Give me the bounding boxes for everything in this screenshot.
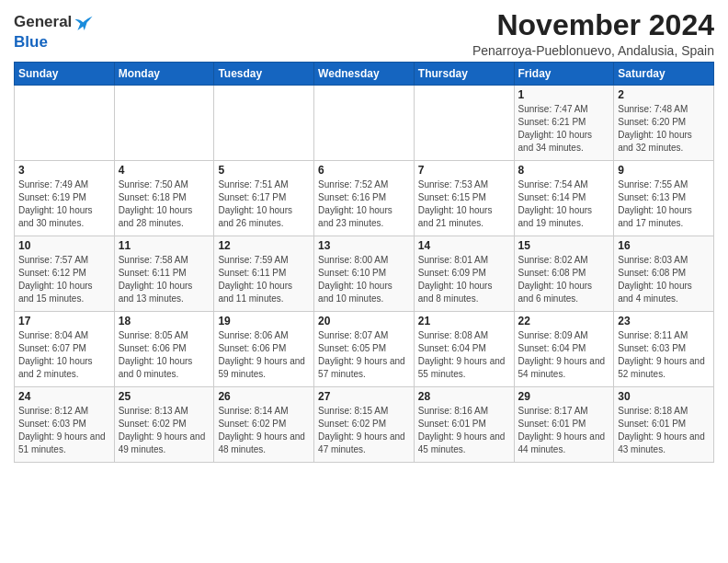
day-number: 5 <box>218 164 310 177</box>
calendar-header: Sunday Monday Tuesday Wednesday Thursday… <box>15 63 714 86</box>
col-sunday: Sunday <box>15 63 115 86</box>
cell-w3-d2: 11Sunrise: 7:58 AMSunset: 6:11 PMDayligh… <box>114 236 214 312</box>
day-info: Sunrise: 8:01 AMSunset: 6:09 PMDaylight:… <box>418 254 510 305</box>
logo-blue: Blue <box>14 33 48 51</box>
cell-w1-d5 <box>414 86 514 161</box>
day-info: Sunrise: 8:14 AMSunset: 6:02 PMDaylight:… <box>218 405 310 456</box>
day-number: 8 <box>518 164 610 177</box>
day-info: Sunrise: 8:08 AMSunset: 6:04 PMDaylight:… <box>418 329 510 381</box>
logo-bird-icon <box>74 13 94 33</box>
cell-w4-d3: 19Sunrise: 8:06 AMSunset: 6:06 PMDayligh… <box>214 312 314 387</box>
day-number: 12 <box>218 239 310 252</box>
day-number: 25 <box>119 390 210 403</box>
day-number: 24 <box>18 390 110 403</box>
cell-w2-d2: 4Sunrise: 7:50 AMSunset: 6:18 PMDaylight… <box>114 161 214 236</box>
day-number: 2 <box>618 88 710 101</box>
day-number: 30 <box>618 390 710 403</box>
cell-w5-d4: 27Sunrise: 8:15 AMSunset: 6:02 PMDayligh… <box>314 387 415 463</box>
day-number: 15 <box>518 239 610 252</box>
subtitle: Penarroya-Pueblonuevo, Andalusia, Spain <box>472 43 714 58</box>
day-number: 23 <box>618 315 710 327</box>
day-info: Sunrise: 7:51 AMSunset: 6:17 PMDaylight:… <box>218 178 310 230</box>
week-row-4: 17Sunrise: 8:04 AMSunset: 6:07 PMDayligh… <box>15 312 714 387</box>
header-row: Sunday Monday Tuesday Wednesday Thursday… <box>15 63 714 86</box>
day-info: Sunrise: 7:48 AMSunset: 6:20 PMDaylight:… <box>618 103 710 155</box>
title-block: November 2024 Penarroya-Pueblonuevo, And… <box>472 9 714 58</box>
header: General Blue November 2024 Penarroya-Pue… <box>14 9 714 58</box>
cell-w2-d4: 6Sunrise: 7:52 AMSunset: 6:16 PMDaylight… <box>314 161 415 236</box>
cell-w2-d1: 3Sunrise: 7:49 AMSunset: 6:19 PMDaylight… <box>15 161 115 236</box>
day-info: Sunrise: 8:11 AMSunset: 6:03 PMDaylight:… <box>618 329 710 381</box>
day-info: Sunrise: 8:05 AMSunset: 6:06 PMDaylight:… <box>119 329 210 381</box>
day-number: 19 <box>218 315 310 327</box>
day-info: Sunrise: 7:53 AMSunset: 6:15 PMDaylight:… <box>418 178 510 230</box>
week-row-1: 1Sunrise: 7:47 AMSunset: 6:21 PMDaylight… <box>15 86 714 161</box>
cell-w4-d1: 17Sunrise: 8:04 AMSunset: 6:07 PMDayligh… <box>15 312 115 387</box>
day-number: 10 <box>18 239 110 252</box>
cell-w1-d4 <box>314 86 415 161</box>
day-info: Sunrise: 7:54 AMSunset: 6:14 PMDaylight:… <box>518 178 610 230</box>
col-thursday: Thursday <box>414 63 514 86</box>
cell-w5-d1: 24Sunrise: 8:12 AMSunset: 6:03 PMDayligh… <box>15 387 115 463</box>
page-container: General Blue November 2024 Penarroya-Pue… <box>0 0 728 472</box>
cell-w3-d4: 13Sunrise: 8:00 AMSunset: 6:10 PMDayligh… <box>314 236 415 312</box>
day-info: Sunrise: 8:09 AMSunset: 6:04 PMDaylight:… <box>518 329 610 381</box>
day-info: Sunrise: 7:59 AMSunset: 6:11 PMDaylight:… <box>218 254 310 305</box>
cell-w3-d5: 14Sunrise: 8:01 AMSunset: 6:09 PMDayligh… <box>414 236 514 312</box>
day-info: Sunrise: 7:47 AMSunset: 6:21 PMDaylight:… <box>518 103 610 155</box>
logo: General Blue <box>14 13 94 52</box>
cell-w5-d6: 29Sunrise: 8:17 AMSunset: 6:01 PMDayligh… <box>514 387 614 463</box>
day-number: 13 <box>318 239 410 252</box>
cell-w2-d7: 9Sunrise: 7:55 AMSunset: 6:13 PMDaylight… <box>614 161 714 236</box>
day-number: 6 <box>318 164 410 177</box>
col-wednesday: Wednesday <box>314 63 415 86</box>
day-number: 21 <box>418 315 510 327</box>
day-number: 14 <box>418 239 510 252</box>
cell-w4-d6: 22Sunrise: 8:09 AMSunset: 6:04 PMDayligh… <box>514 312 614 387</box>
cell-w3-d1: 10Sunrise: 7:57 AMSunset: 6:12 PMDayligh… <box>15 236 115 312</box>
day-number: 28 <box>418 390 510 403</box>
day-number: 22 <box>518 315 610 327</box>
day-number: 4 <box>119 164 210 177</box>
cell-w5-d3: 26Sunrise: 8:14 AMSunset: 6:02 PMDayligh… <box>214 387 314 463</box>
logo-text-block: General Blue <box>14 13 94 52</box>
month-title: November 2024 <box>472 9 714 41</box>
day-info: Sunrise: 8:15 AMSunset: 6:02 PMDaylight:… <box>318 405 410 456</box>
day-info: Sunrise: 7:57 AMSunset: 6:12 PMDaylight:… <box>18 254 110 305</box>
cell-w2-d6: 8Sunrise: 7:54 AMSunset: 6:14 PMDaylight… <box>514 161 614 236</box>
cell-w2-d3: 5Sunrise: 7:51 AMSunset: 6:17 PMDaylight… <box>214 161 314 236</box>
day-info: Sunrise: 7:49 AMSunset: 6:19 PMDaylight:… <box>18 178 110 230</box>
cell-w3-d7: 16Sunrise: 8:03 AMSunset: 6:08 PMDayligh… <box>614 236 714 312</box>
day-number: 20 <box>318 315 410 327</box>
day-info: Sunrise: 8:06 AMSunset: 6:06 PMDaylight:… <box>218 329 310 381</box>
col-monday: Monday <box>114 63 214 86</box>
cell-w4-d4: 20Sunrise: 8:07 AMSunset: 6:05 PMDayligh… <box>314 312 415 387</box>
day-info: Sunrise: 8:07 AMSunset: 6:05 PMDaylight:… <box>318 329 410 381</box>
day-info: Sunrise: 8:03 AMSunset: 6:08 PMDaylight:… <box>618 254 710 305</box>
cell-w2-d5: 7Sunrise: 7:53 AMSunset: 6:15 PMDaylight… <box>414 161 514 236</box>
cell-w1-d2 <box>114 86 214 161</box>
day-info: Sunrise: 8:02 AMSunset: 6:08 PMDaylight:… <box>518 254 610 305</box>
day-number: 17 <box>18 315 110 327</box>
day-number: 11 <box>119 239 210 252</box>
day-number: 29 <box>518 390 610 403</box>
cell-w5-d7: 30Sunrise: 8:18 AMSunset: 6:01 PMDayligh… <box>614 387 714 463</box>
day-info: Sunrise: 8:18 AMSunset: 6:01 PMDaylight:… <box>618 405 710 456</box>
col-tuesday: Tuesday <box>214 63 314 86</box>
day-number: 18 <box>119 315 210 327</box>
calendar-body: 1Sunrise: 7:47 AMSunset: 6:21 PMDaylight… <box>15 86 714 463</box>
day-info: Sunrise: 7:52 AMSunset: 6:16 PMDaylight:… <box>318 178 410 230</box>
day-number: 7 <box>418 164 510 177</box>
col-saturday: Saturday <box>614 63 714 86</box>
cell-w4-d5: 21Sunrise: 8:08 AMSunset: 6:04 PMDayligh… <box>414 312 514 387</box>
col-friday: Friday <box>514 63 614 86</box>
day-number: 1 <box>518 88 610 101</box>
week-row-2: 3Sunrise: 7:49 AMSunset: 6:19 PMDaylight… <box>15 161 714 236</box>
cell-w1-d6: 1Sunrise: 7:47 AMSunset: 6:21 PMDaylight… <box>514 86 614 161</box>
cell-w1-d7: 2Sunrise: 7:48 AMSunset: 6:20 PMDaylight… <box>614 86 714 161</box>
cell-w4-d7: 23Sunrise: 8:11 AMSunset: 6:03 PMDayligh… <box>614 312 714 387</box>
day-info: Sunrise: 8:12 AMSunset: 6:03 PMDaylight:… <box>18 405 110 456</box>
day-info: Sunrise: 7:50 AMSunset: 6:18 PMDaylight:… <box>119 178 210 230</box>
day-info: Sunrise: 8:16 AMSunset: 6:01 PMDaylight:… <box>418 405 510 456</box>
cell-w4-d2: 18Sunrise: 8:05 AMSunset: 6:06 PMDayligh… <box>114 312 214 387</box>
